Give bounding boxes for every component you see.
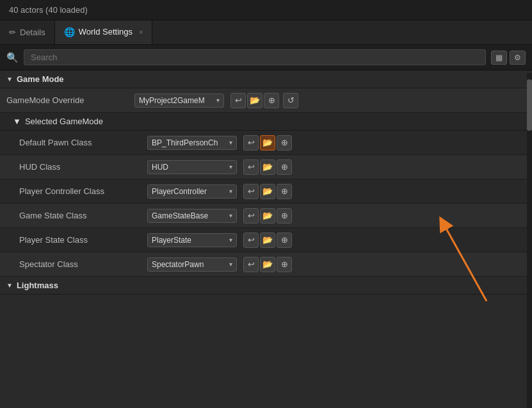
property-row: HUD Class HUD ▾ ↩ 📂 ⊕ bbox=[0, 155, 532, 179]
add-button[interactable]: ⊕ bbox=[277, 257, 292, 272]
back-button[interactable]: ↩ bbox=[243, 135, 259, 151]
dropdown-arrow-icon: ▾ bbox=[229, 139, 232, 146]
property-dropdown[interactable]: PlayerController ▾ bbox=[147, 184, 237, 199]
tab-details[interactable]: ✏ Details bbox=[0, 20, 55, 44]
property-action-icons: ↩ 📂 ⊕ bbox=[243, 135, 292, 151]
scrollbar[interactable] bbox=[527, 73, 532, 408]
property-label: Player Controller Class bbox=[19, 186, 147, 196]
add-button[interactable]: ⊕ bbox=[277, 159, 292, 175]
property-label: Spectator Class bbox=[19, 259, 147, 269]
selected-gamemode-header[interactable]: ▼ Selected GameMode bbox=[0, 113, 532, 131]
browse-button[interactable]: 📂 bbox=[260, 208, 275, 224]
gamemode-override-actions: ↩ 📂 ⊕ bbox=[230, 93, 279, 108]
globe-icon: 🌐 bbox=[64, 27, 75, 37]
property-row: Player State Class PlayerState ▾ ↩ 📂 ⊕ bbox=[0, 228, 532, 252]
property-value-text: BP_ThirdPersonCh bbox=[152, 138, 218, 147]
property-row: Player Controller Class PlayerController… bbox=[0, 179, 532, 204]
add-button-gamemode[interactable]: ⊕ bbox=[264, 93, 279, 108]
property-row: Default Pawn Class BP_ThirdPersonCh ▾ ↩ … bbox=[0, 131, 532, 155]
back-button[interactable]: ↩ bbox=[243, 257, 259, 272]
gamemode-override-label: GameMode Override bbox=[6, 95, 134, 105]
search-icon: 🔍 bbox=[6, 52, 19, 63]
browse-button[interactable]: 📂 bbox=[260, 135, 275, 151]
browse-button[interactable]: 📂 bbox=[260, 184, 275, 199]
add-button[interactable]: ⊕ bbox=[277, 184, 292, 199]
property-value: PlayerState ▾ ↩ 📂 ⊕ bbox=[147, 233, 526, 248]
tab-close-button[interactable]: × bbox=[139, 28, 143, 36]
browse-button[interactable]: 📂 bbox=[260, 159, 275, 175]
pencil-icon: ✏ bbox=[9, 28, 16, 37]
property-dropdown[interactable]: SpectatorPawn ▾ bbox=[147, 257, 237, 272]
property-action-icons: ↩ 📂 ⊕ bbox=[243, 257, 292, 272]
property-value: PlayerController ▾ ↩ 📂 ⊕ bbox=[147, 184, 526, 199]
property-dropdown[interactable]: HUD ▾ bbox=[147, 160, 237, 174]
property-value-text: PlayerState bbox=[152, 236, 191, 245]
dropdown-arrow-icon: ▾ bbox=[229, 163, 232, 170]
property-action-icons: ↩ 📂 ⊕ bbox=[243, 184, 292, 199]
browse-button[interactable]: 📂 bbox=[260, 257, 275, 272]
property-action-icons: ↩ 📂 ⊕ bbox=[243, 159, 292, 175]
property-action-icons: ↩ 📂 ⊕ bbox=[243, 233, 292, 248]
property-value: GameStateBase ▾ ↩ 📂 ⊕ bbox=[147, 208, 526, 224]
tab-details-label: Details bbox=[20, 28, 45, 37]
property-value: HUD ▾ ↩ 📂 ⊕ bbox=[147, 159, 526, 175]
tab-bar: ✏ Details 🌐 World Settings × bbox=[0, 20, 532, 45]
back-button-gamemode[interactable]: ↩ bbox=[230, 93, 246, 108]
settings-content: ▼ Game Mode GameMode Override MyProject2… bbox=[0, 70, 532, 405]
property-rows-container: Default Pawn Class BP_ThirdPersonCh ▾ ↩ … bbox=[0, 131, 532, 277]
dropdown-arrow-icon: ▾ bbox=[229, 212, 232, 219]
gamemode-override-value-text: MyProject2GameM bbox=[139, 96, 205, 105]
lightmass-section-label: Lightmass bbox=[17, 281, 58, 290]
property-label: Default Pawn Class bbox=[19, 138, 147, 147]
game-mode-arrow-icon: ▼ bbox=[6, 76, 13, 83]
property-value: SpectatorPawn ▾ ↩ 📂 ⊕ bbox=[147, 257, 526, 272]
selected-gamemode-label: Selected GameMode bbox=[25, 117, 103, 126]
property-value-text: SpectatorPawn bbox=[152, 260, 204, 269]
selected-gamemode-arrow-icon: ▼ bbox=[13, 117, 21, 126]
property-row: Spectator Class SpectatorPawn ▾ ↩ 📂 ⊕ bbox=[0, 252, 532, 277]
search-bar: 🔍 ▦ ⚙ bbox=[0, 45, 532, 70]
browse-button[interactable]: 📂 bbox=[260, 233, 275, 248]
property-value-text: PlayerController bbox=[152, 187, 207, 196]
lightmass-section-header[interactable]: ▼ Lightmass bbox=[0, 277, 532, 295]
property-action-icons: ↩ 📂 ⊕ bbox=[243, 208, 292, 224]
add-button[interactable]: ⊕ bbox=[277, 208, 292, 224]
actor-count-text: 40 actors (40 loaded) bbox=[9, 5, 88, 15]
dropdown-arrow-icon: ▾ bbox=[229, 236, 232, 243]
property-label: Player State Class bbox=[19, 235, 147, 245]
property-label: Game State Class bbox=[19, 211, 147, 220]
dropdown-arrow-icon: ▾ bbox=[229, 261, 232, 268]
grid-view-button[interactable]: ▦ bbox=[491, 51, 507, 65]
property-row: Game State Class GameStateBase ▾ ↩ 📂 ⊕ bbox=[0, 204, 532, 228]
back-button[interactable]: ↩ bbox=[243, 233, 259, 248]
gamemode-override-row: GameMode Override MyProject2GameM ▾ ↩ 📂 … bbox=[0, 88, 532, 113]
lightmass-arrow-icon: ▼ bbox=[6, 282, 13, 289]
toolbar-icons: ▦ ⚙ bbox=[491, 51, 526, 65]
tab-world-settings[interactable]: 🌐 World Settings × bbox=[55, 20, 153, 44]
game-mode-section-label: Game Mode bbox=[17, 74, 64, 84]
property-dropdown[interactable]: BP_ThirdPersonCh ▾ bbox=[147, 136, 237, 150]
add-button[interactable]: ⊕ bbox=[277, 135, 292, 151]
tab-world-settings-label: World Settings bbox=[79, 27, 133, 37]
gamemode-override-dropdown[interactable]: MyProject2GameM ▾ bbox=[134, 94, 224, 108]
back-button[interactable]: ↩ bbox=[243, 159, 259, 175]
settings-button[interactable]: ⚙ bbox=[510, 51, 526, 65]
scrollbar-thumb[interactable] bbox=[527, 79, 532, 131]
property-value: BP_ThirdPersonCh ▾ ↩ 📂 ⊕ bbox=[147, 135, 526, 151]
browse-button-gamemode[interactable]: 📂 bbox=[247, 93, 262, 108]
actor-count-bar: 40 actors (40 loaded) bbox=[0, 0, 532, 20]
property-dropdown[interactable]: PlayerState ▾ bbox=[147, 233, 237, 247]
property-value-text: HUD bbox=[152, 163, 168, 172]
gamemode-override-value: MyProject2GameM ▾ ↩ 📂 ⊕ ↺ bbox=[134, 93, 526, 108]
property-dropdown[interactable]: GameStateBase ▾ bbox=[147, 209, 237, 223]
reset-button-gamemode[interactable]: ↺ bbox=[283, 93, 298, 108]
dropdown-arrow-icon: ▾ bbox=[229, 188, 232, 195]
back-button[interactable]: ↩ bbox=[243, 208, 259, 224]
search-input[interactable] bbox=[24, 49, 486, 65]
dropdown-arrow-icon: ▾ bbox=[216, 97, 220, 104]
add-button[interactable]: ⊕ bbox=[277, 233, 292, 248]
back-button[interactable]: ↩ bbox=[243, 184, 259, 199]
property-value-text: GameStateBase bbox=[152, 211, 208, 220]
game-mode-section-header[interactable]: ▼ Game Mode bbox=[0, 70, 532, 88]
property-label: HUD Class bbox=[19, 162, 147, 172]
